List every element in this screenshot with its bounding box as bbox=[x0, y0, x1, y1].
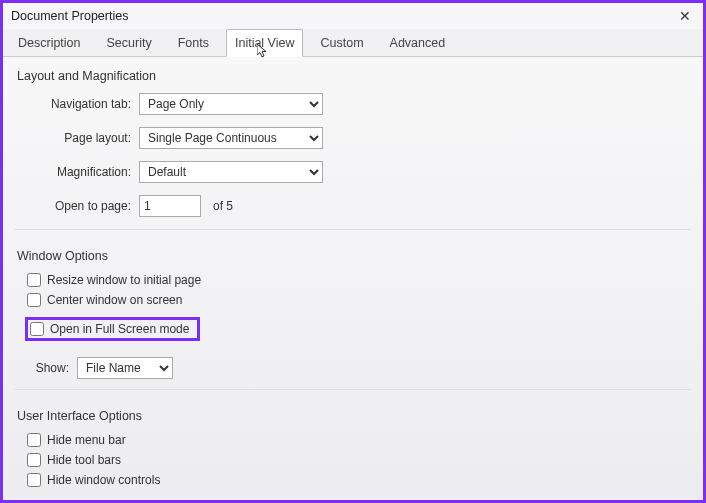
checkbox-row-resize-window: Resize window to initial page bbox=[27, 273, 691, 287]
group-ui-options: User Interface Options bbox=[17, 409, 691, 423]
group-window-options: Window Options bbox=[17, 249, 691, 263]
tab-initial-view[interactable]: Initial View bbox=[226, 29, 304, 57]
label-of-pages: of 5 bbox=[213, 199, 233, 213]
checkbox-row-center-window: Center window on screen bbox=[27, 293, 691, 307]
row-navigation-tab: Navigation tab: Page Only bbox=[37, 93, 691, 115]
row-show: Show: File Name bbox=[27, 357, 691, 379]
label-hide-window: Hide window controls bbox=[47, 473, 160, 487]
tab-description[interactable]: Description bbox=[9, 29, 90, 57]
group-layout-magnification: Layout and Magnification bbox=[17, 69, 691, 83]
label-hide-tool: Hide tool bars bbox=[47, 453, 121, 467]
checkbox-resize-window[interactable] bbox=[27, 273, 41, 287]
label-center-window: Center window on screen bbox=[47, 293, 182, 307]
checkbox-center-window[interactable] bbox=[27, 293, 41, 307]
input-open-to-page[interactable] bbox=[139, 195, 201, 217]
label-hide-menu: Hide menu bar bbox=[47, 433, 126, 447]
checkbox-row-hide-tool: Hide tool bars bbox=[27, 453, 691, 467]
highlighted-option-fullscreen: Open in Full Screen mode bbox=[25, 317, 200, 341]
select-navigation-tab[interactable]: Page Only bbox=[139, 93, 323, 115]
checkbox-fullscreen[interactable] bbox=[30, 322, 44, 336]
row-magnification: Magnification: Default bbox=[37, 161, 691, 183]
checkbox-hide-tool[interactable] bbox=[27, 453, 41, 467]
label-magnification: Magnification: bbox=[37, 165, 131, 179]
select-page-layout[interactable]: Single Page Continuous bbox=[139, 127, 323, 149]
select-magnification[interactable]: Default bbox=[139, 161, 323, 183]
checkbox-hide-menu[interactable] bbox=[27, 433, 41, 447]
tab-strip: Description Security Fonts Initial View … bbox=[3, 29, 703, 57]
label-page-layout: Page layout: bbox=[37, 131, 131, 145]
close-icon[interactable]: ✕ bbox=[675, 8, 695, 24]
select-show[interactable]: File Name bbox=[77, 357, 173, 379]
label-open-to-page: Open to page: bbox=[37, 199, 131, 213]
tab-fonts[interactable]: Fonts bbox=[169, 29, 218, 57]
divider bbox=[15, 229, 691, 243]
tab-initial-view-label: Initial View bbox=[235, 36, 295, 50]
tab-custom[interactable]: Custom bbox=[311, 29, 372, 57]
divider bbox=[15, 389, 691, 403]
checkbox-row-hide-menu: Hide menu bar bbox=[27, 433, 691, 447]
label-fullscreen: Open in Full Screen mode bbox=[50, 322, 189, 336]
label-resize-window: Resize window to initial page bbox=[47, 273, 201, 287]
tab-security[interactable]: Security bbox=[98, 29, 161, 57]
checkbox-hide-window[interactable] bbox=[27, 473, 41, 487]
row-open-to-page: Open to page: of 5 bbox=[37, 195, 691, 217]
title-bar: Document Properties ✕ bbox=[3, 3, 703, 29]
tab-advanced[interactable]: Advanced bbox=[381, 29, 455, 57]
document-properties-window: Document Properties ✕ Description Securi… bbox=[0, 0, 706, 503]
label-show: Show: bbox=[27, 361, 69, 375]
checkbox-row-hide-window: Hide window controls bbox=[27, 473, 691, 487]
row-page-layout: Page layout: Single Page Continuous bbox=[37, 127, 691, 149]
dialog-body: Layout and Magnification Navigation tab:… bbox=[3, 57, 703, 500]
window-title: Document Properties bbox=[11, 9, 128, 23]
label-navigation-tab: Navigation tab: bbox=[37, 97, 131, 111]
